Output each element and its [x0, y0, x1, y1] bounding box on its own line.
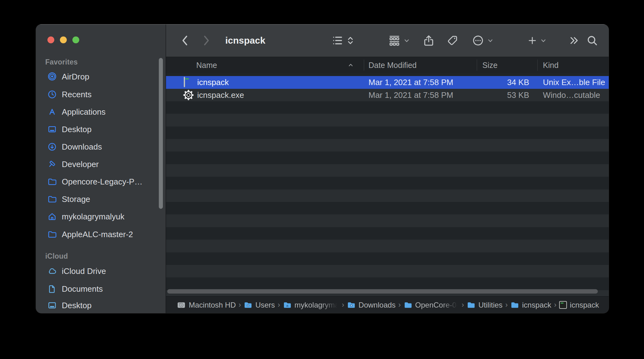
toolbar-overflow-icon[interactable]	[568, 24, 580, 57]
file-date-modified: Mar 1, 2021 at 7:58 PM	[368, 89, 453, 102]
breadcrumb-label: mykolagryma	[295, 301, 339, 309]
breadcrumb-separator: ›	[342, 301, 344, 309]
sidebar-item-desktop-icloud[interactable]: Desktop	[41, 298, 160, 313]
column-header-date-modified[interactable]: Date Modified	[368, 57, 417, 73]
breadcrumb-label: OpenCore-0-	[415, 301, 459, 309]
hard-drive-icon	[177, 301, 186, 309]
sidebar-item-opencore-legacy[interactable]: Opencore-Legacy-P…	[41, 173, 160, 190]
sidebar-section-favorites: Favorites	[45, 58, 78, 66]
search-icon[interactable]	[585, 24, 599, 57]
list-column-headers: Name Date Modified Size Kind	[166, 57, 609, 73]
sidebar-item-label: mykolagrymalyuk	[62, 212, 124, 222]
breadcrumb-macintosh-hd[interactable]: Macintosh HD	[177, 301, 236, 309]
sidebar-item-label: Desktop	[62, 125, 91, 134]
column-separator	[364, 60, 364, 71]
breadcrumb-users[interactable]: Users	[244, 301, 275, 309]
sort-direction-icon[interactable]	[346, 24, 355, 57]
file-name: icnspack.exe	[197, 89, 244, 102]
sidebar-section-icloud: iCloud	[45, 252, 68, 261]
breadcrumb-icnspack-folder[interactable]: icnspack	[510, 301, 551, 309]
desktop-icon	[47, 300, 57, 310]
minimize-button[interactable]	[60, 36, 67, 43]
folder-icon	[47, 229, 57, 239]
terminal-file-icon	[559, 301, 567, 309]
sidebar-item-label: AppleALC-master-2	[62, 230, 133, 239]
sidebar-item-airdrop[interactable]: AirDrop	[41, 68, 160, 85]
file-kind: Unix Ex…ble File	[543, 76, 607, 89]
breadcrumb-separator: ›	[278, 301, 280, 309]
sidebar-scrollbar[interactable]	[159, 58, 163, 209]
breadcrumb-label: Macintosh HD	[189, 301, 236, 309]
toolbar: icnspack	[166, 24, 609, 57]
breadcrumb-label: Users	[255, 301, 275, 309]
tag-icon[interactable]	[446, 24, 459, 57]
sidebar: Favorites AirDrop Recents Applications D…	[36, 24, 166, 313]
breadcrumb-label: icnspack	[522, 301, 551, 309]
file-list: icnspack Mar 1, 2021 at 7:58 PM 34 KB Un…	[166, 73, 609, 296]
forward-button[interactable]	[201, 24, 212, 57]
file-row-icnspack[interactable]: icnspack Mar 1, 2021 at 7:58 PM 34 KB Un…	[166, 76, 609, 89]
cloud-icon	[47, 266, 57, 276]
folder-icon	[510, 301, 519, 309]
sidebar-item-label: Storage	[62, 194, 90, 204]
column-separator	[537, 60, 538, 71]
sidebar-item-home[interactable]: mykolagrymalyuk	[41, 208, 160, 225]
zoom-button[interactable]	[72, 36, 79, 43]
horizontal-scrollbar[interactable]	[167, 289, 598, 294]
list-view-icon[interactable]	[331, 24, 344, 57]
home-icon	[47, 212, 57, 222]
breadcrumb-separator: ›	[239, 301, 241, 309]
sidebar-item-developer[interactable]: Developer	[41, 156, 160, 173]
new-item-chevron-icon[interactable]	[539, 24, 547, 57]
column-separator	[477, 60, 477, 71]
more-actions-chevron-icon[interactable]	[486, 24, 494, 57]
sidebar-item-label: Applications	[62, 107, 105, 117]
exe-gear-icon	[183, 89, 194, 101]
breadcrumb-separator: ›	[398, 301, 401, 309]
airdrop-icon	[47, 72, 57, 82]
sidebar-item-applealc[interactable]: AppleALC-master-2	[41, 226, 160, 243]
breadcrumb-separator: ›	[505, 301, 508, 309]
sidebar-item-label: Desktop	[62, 301, 91, 310]
sidebar-item-label: AirDrop	[62, 72, 89, 82]
sidebar-item-label: iCloud Drive	[62, 266, 106, 276]
sidebar-item-label: Downloads	[62, 142, 102, 152]
breadcrumb-home-folder[interactable]: mykolagryma	[283, 301, 339, 309]
column-header-name[interactable]: Name	[196, 57, 217, 73]
more-actions-icon[interactable]	[471, 24, 485, 57]
sidebar-item-desktop[interactable]: Desktop	[41, 121, 160, 138]
appstore-icon	[47, 107, 57, 117]
sidebar-item-label: Developer	[62, 160, 99, 169]
close-button[interactable]	[47, 36, 54, 43]
file-row-icnspack-exe[interactable]: icnspack.exe Mar 1, 2021 at 7:58 PM 53 K…	[166, 89, 609, 102]
window-controls	[47, 36, 79, 43]
column-header-size[interactable]: Size	[482, 57, 498, 73]
sidebar-item-applications[interactable]: Applications	[41, 103, 160, 121]
sidebar-item-recents[interactable]: Recents	[41, 86, 160, 103]
column-header-kind[interactable]: Kind	[543, 57, 559, 73]
file-kind: Windo…cutable	[543, 89, 607, 102]
breadcrumb-utilities[interactable]: Utilities	[467, 301, 502, 309]
sidebar-item-downloads[interactable]: Downloads	[41, 138, 160, 156]
share-icon[interactable]	[422, 24, 436, 57]
breadcrumb-separator: ›	[554, 301, 557, 309]
finder-window: Favorites AirDrop Recents Applications D…	[36, 24, 609, 313]
sort-ascending-icon	[348, 63, 353, 68]
back-button[interactable]	[179, 24, 190, 57]
breadcrumb-downloads[interactable]: Downloads	[347, 301, 396, 309]
sidebar-item-documents[interactable]: Documents	[41, 280, 160, 298]
desktop-icon	[47, 124, 57, 134]
sidebar-item-label: Recents	[62, 90, 91, 99]
sidebar-item-storage[interactable]: Storage	[41, 190, 160, 208]
file-size: 53 KB	[477, 89, 529, 102]
path-bar: Macintosh HD › Users › mykolagryma ›	[166, 296, 609, 313]
document-icon	[47, 284, 57, 294]
sidebar-item-icloud-drive[interactable]: iCloud Drive	[41, 262, 160, 280]
breadcrumb-opencore[interactable]: OpenCore-0-	[404, 301, 459, 309]
group-by-icon[interactable]	[388, 24, 401, 57]
terminal-file-icon	[184, 77, 185, 87]
group-by-chevron-icon[interactable]	[402, 24, 411, 57]
new-item-plus-icon[interactable]	[526, 24, 539, 57]
breadcrumb-icnspack-file[interactable]: icnspack	[559, 301, 599, 309]
breadcrumb-label: icnspack	[570, 301, 599, 309]
